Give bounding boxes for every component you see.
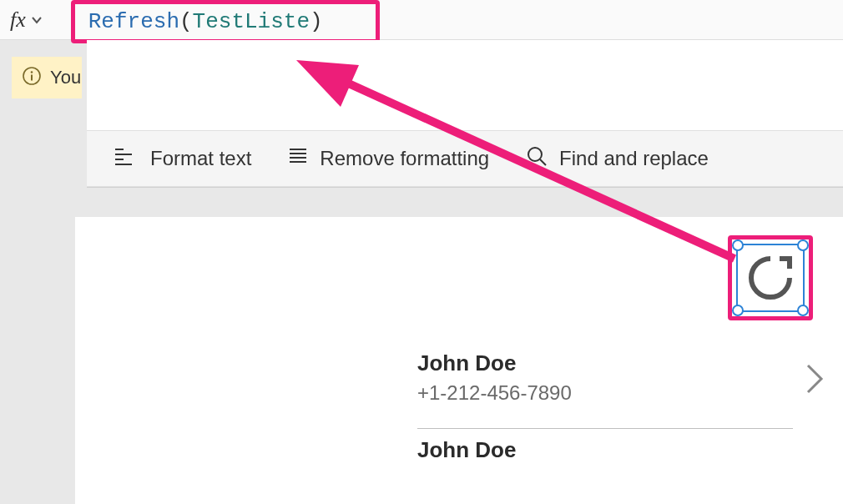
- item-title: John Doe: [417, 350, 793, 376]
- list-item[interactable]: John Doe +1-212-456-7890: [417, 342, 793, 423]
- formula-bar: fx Refresh(TestListe): [0, 0, 843, 40]
- formula-toolbar-panel: Format text Remove formatting Find and r…: [87, 40, 843, 188]
- svg-point-1: [31, 71, 33, 73]
- fx-label: fx: [0, 8, 29, 33]
- item-title: John Doe: [417, 437, 793, 463]
- open-paren: (: [179, 9, 193, 34]
- svg-rect-3: [115, 149, 124, 150]
- format-text-label: Format text: [150, 147, 251, 170]
- app-canvas: John Doe +1-212-456-7890 John Doe: [75, 217, 843, 504]
- info-text: You: [50, 67, 81, 88]
- svg-rect-7: [290, 149, 306, 150]
- format-text-button[interactable]: Format text: [115, 146, 251, 171]
- format-text-icon: [115, 146, 139, 171]
- toolbar-row: Format text Remove formatting Find and r…: [87, 130, 843, 187]
- info-banner: You: [12, 57, 82, 98]
- remove-formatting-label: Remove formatting: [320, 147, 489, 170]
- chevron-right-icon[interactable]: [805, 362, 826, 399]
- remove-formatting-icon: [288, 146, 308, 171]
- svg-rect-9: [290, 157, 306, 159]
- svg-rect-6: [115, 164, 132, 165]
- contacts-list: John Doe +1-212-456-7890 John Doe: [417, 342, 793, 463]
- svg-rect-8: [290, 153, 306, 154]
- search-icon: [526, 145, 548, 172]
- svg-point-11: [528, 148, 542, 161]
- chevron-down-icon[interactable]: [31, 14, 43, 26]
- refresh-icon-highlight: [728, 235, 813, 320]
- item-subtitle: +1-212-456-7890: [417, 381, 793, 405]
- svg-rect-2: [31, 75, 33, 81]
- code-function: Refresh: [88, 9, 179, 34]
- remove-formatting-button[interactable]: Remove formatting: [288, 146, 489, 171]
- find-replace-button[interactable]: Find and replace: [526, 145, 709, 172]
- svg-rect-10: [290, 161, 306, 163]
- formula-input-highlight[interactable]: Refresh(TestListe): [71, 0, 380, 43]
- refresh-icon[interactable]: [738, 245, 803, 310]
- svg-rect-4: [115, 154, 132, 155]
- code-arg: TestListe: [193, 9, 310, 34]
- formula-code[interactable]: Refresh(TestListe): [88, 9, 323, 34]
- svg-line-12: [540, 159, 546, 165]
- close-paren: ): [310, 9, 323, 34]
- find-replace-label: Find and replace: [559, 147, 709, 170]
- info-icon: [22, 66, 42, 89]
- list-item[interactable]: John Doe: [417, 429, 793, 463]
- svg-rect-5: [115, 159, 124, 160]
- selection-box[interactable]: [736, 244, 805, 312]
